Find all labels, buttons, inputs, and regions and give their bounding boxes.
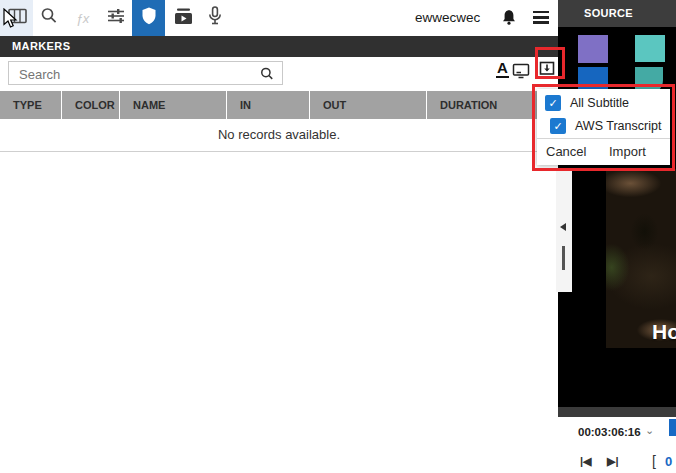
- checkbox-aws-transcript[interactable]: ✓: [550, 118, 566, 134]
- option-label: AWS Transcript: [575, 119, 661, 133]
- column-header-out[interactable]: OUT: [310, 91, 427, 119]
- account-name[interactable]: ewwecwec: [415, 10, 480, 25]
- checkbox-all-subtitle[interactable]: ✓: [545, 95, 561, 111]
- prev-frame-button[interactable]: |◀: [580, 455, 592, 468]
- preview-graphic-purple: [578, 35, 608, 63]
- effects-button[interactable]: ƒx: [66, 0, 99, 36]
- column-header-type[interactable]: TYPE: [0, 91, 62, 119]
- timecode-mode-button[interactable]: [669, 419, 676, 436]
- column-header-name[interactable]: NAME: [120, 91, 227, 119]
- preview-timeline-bar[interactable]: [558, 407, 676, 417]
- dropdown-option-all-subtitle[interactable]: ✓ All Subtitle: [545, 95, 629, 111]
- app-window: ƒx: [0, 0, 676, 473]
- screen-minus-icon[interactable]: [512, 62, 530, 80]
- search-button[interactable]: [32, 0, 65, 36]
- search-input[interactable]: [17, 63, 251, 85]
- panel-splitter[interactable]: [556, 170, 572, 292]
- sliders-icon: [104, 4, 128, 32]
- search-icon: [37, 4, 61, 32]
- splitter-collapse-icon[interactable]: [560, 223, 566, 231]
- settings-sliders-button[interactable]: [99, 0, 132, 36]
- column-header-in[interactable]: IN: [227, 91, 310, 119]
- video-library-button[interactable]: [166, 0, 199, 36]
- video-frame[interactable]: Ho: [606, 169, 676, 348]
- timecode-chevron-icon[interactable]: ⌄: [645, 424, 654, 437]
- current-timecode[interactable]: 00:03:06:16: [578, 426, 641, 438]
- microphone-icon: [203, 4, 227, 32]
- top-toolbar: ƒx: [0, 0, 558, 36]
- dropdown-option-aws-transcript[interactable]: ✓ AWS Transcript: [550, 118, 661, 134]
- mark-in-timecode: 0: [665, 454, 672, 469]
- source-preview-title: SOURCE PREVIEW: [558, 0, 676, 27]
- menu-hamburger-icon[interactable]: [533, 11, 549, 25]
- cancel-button[interactable]: Cancel: [546, 144, 586, 159]
- splitter-grip-handle[interactable]: [562, 246, 565, 270]
- import-dropdown: ✓ All Subtitle ✓ AWS Transcript Cancel I…: [537, 89, 670, 165]
- preview-graphic-teal: [635, 35, 665, 62]
- import-button[interactable]: Import: [609, 144, 646, 159]
- effects-icon: ƒx: [76, 11, 90, 26]
- video-subtitle-text: Ho: [652, 320, 676, 344]
- markers-table-header: TYPE COLOR NAME IN OUT DURATION: [0, 91, 558, 119]
- shield-icon: [137, 4, 161, 32]
- next-frame-button[interactable]: ▶|: [607, 455, 619, 468]
- microphone-button[interactable]: [198, 0, 231, 36]
- mark-in-icon[interactable]: [: [652, 453, 656, 469]
- no-records-message: No records available.: [0, 119, 558, 152]
- import-markers-icon[interactable]: [538, 59, 556, 77]
- column-header-color[interactable]: COLOR: [62, 91, 120, 119]
- search-box: [8, 61, 283, 85]
- text-format-icon[interactable]: A: [496, 60, 509, 78]
- markers-shield-button[interactable]: [132, 0, 165, 36]
- search-input-icon[interactable]: [258, 65, 276, 83]
- notifications-bell-icon[interactable]: [498, 6, 520, 30]
- video-library-icon: [171, 4, 195, 32]
- markers-panel-title: MARKERS: [0, 36, 558, 57]
- option-label: All Subtitle: [570, 96, 629, 110]
- mouse-cursor: [2, 8, 18, 33]
- dropdown-divider: [537, 138, 670, 139]
